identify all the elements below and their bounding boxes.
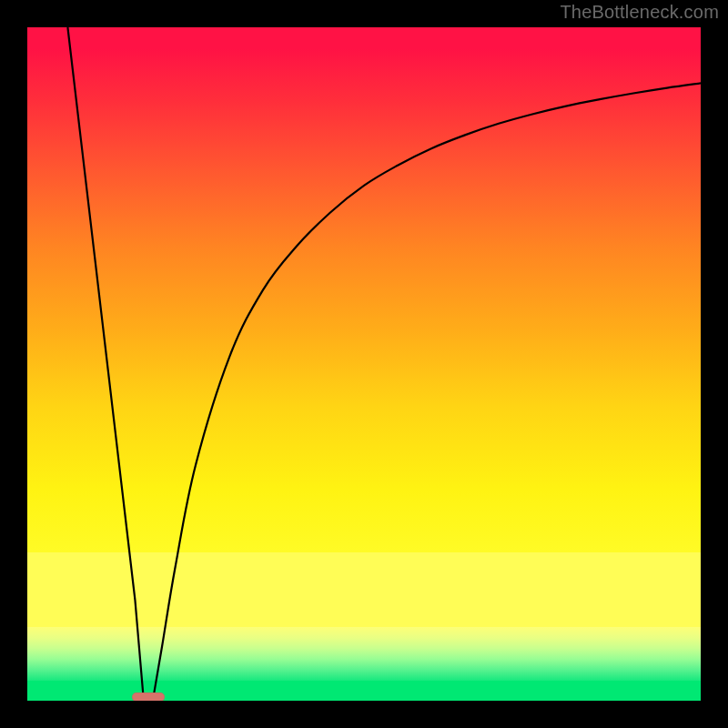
curve-left-branch [67,27,143,694]
minimum-marker [132,693,165,701]
curve-right-branch [154,83,701,693]
curve-layer [27,27,701,701]
chart-frame: TheBottleneck.com [0,0,728,728]
attribution-label: TheBottleneck.com [560,2,719,23]
plot-area [27,27,701,701]
